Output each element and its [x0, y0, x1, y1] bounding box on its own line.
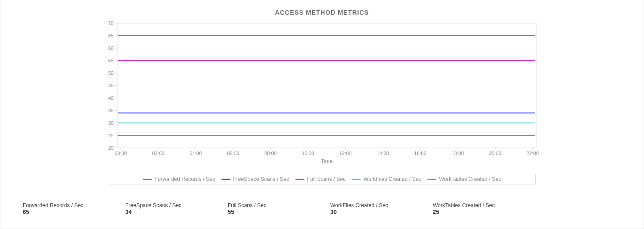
stat-block: FreeSpace Scans / Sec34 [125, 202, 228, 215]
legend-swatch [222, 179, 230, 180]
stat-value: 65 [23, 209, 125, 215]
svg-text:22:00: 22:00 [526, 151, 539, 156]
legend-label: Full Scans / Sec [307, 176, 346, 182]
legend-item[interactable]: WorkTables Created / Sec [427, 176, 501, 182]
svg-text:08:00: 08:00 [264, 151, 277, 156]
legend-swatch [352, 179, 361, 180]
svg-text:00:00: 00:00 [115, 151, 127, 156]
svg-text:50: 50 [108, 70, 113, 76]
legend-item[interactable]: Full Scans / Sec [295, 176, 346, 182]
stat-label: Forwarded Records / Sec [23, 202, 125, 209]
svg-text:02:00: 02:00 [152, 151, 164, 156]
legend-swatch [427, 179, 436, 180]
stat-block: Forwarded Records / Sec65 [23, 202, 125, 215]
svg-text:35: 35 [108, 108, 113, 113]
svg-text:65: 65 [108, 33, 113, 38]
legend-label: FreeSpace Scans / Sec [233, 176, 289, 182]
stat-value: 34 [125, 209, 228, 215]
stat-block: Full Scans / Sec55 [228, 202, 330, 215]
svg-text:Time: Time [320, 158, 332, 164]
svg-text:40: 40 [108, 95, 113, 101]
svg-text:20:00: 20:00 [489, 151, 501, 156]
stats-row: Forwarded Records / Sec65FreeSpace Scans… [14, 202, 644, 215]
svg-text:30: 30 [108, 120, 113, 126]
legend-item[interactable]: WorkFiles Created / Sec [352, 176, 421, 182]
svg-text:60: 60 [108, 45, 113, 51]
stat-value: 30 [330, 209, 433, 215]
legend-swatch [143, 179, 152, 180]
line-chart: 202530354045505560657000:0002:0004:0006:… [99, 19, 545, 170]
svg-text:70: 70 [108, 20, 113, 26]
stat-label: WorkTables Created / Sec [433, 202, 535, 209]
chart-title: ACCESS METHOD METRICS [14, 9, 630, 16]
stat-block: WorkTables Created / Sec25 [433, 202, 535, 215]
svg-text:18:00: 18:00 [451, 151, 464, 156]
svg-text:25: 25 [108, 133, 113, 138]
svg-text:10:00: 10:00 [302, 151, 314, 156]
stat-label: WorkFiles Created / Sec [330, 202, 433, 209]
svg-rect-0 [117, 23, 536, 148]
stat-value: 25 [433, 209, 535, 215]
svg-text:55: 55 [108, 58, 113, 63]
legend-item[interactable]: FreeSpace Scans / Sec [222, 176, 289, 182]
svg-text:16:00: 16:00 [414, 151, 427, 156]
svg-text:45: 45 [108, 83, 113, 88]
legend-label: Forwarded Records / Sec [155, 176, 215, 182]
chart-legend: Forwarded Records / SecFreeSpace Scans /… [109, 174, 536, 184]
stat-value: 55 [228, 209, 330, 215]
svg-text:14:00: 14:00 [377, 151, 389, 156]
svg-text:12:00: 12:00 [339, 151, 352, 156]
stat-label: Full Scans / Sec [228, 202, 330, 209]
legend-label: WorkFiles Created / Sec [363, 176, 421, 182]
stat-block: WorkFiles Created / Sec30 [330, 202, 433, 215]
stat-label: FreeSpace Scans / Sec [125, 202, 228, 209]
legend-swatch [295, 179, 304, 180]
svg-text:04:00: 04:00 [189, 151, 202, 156]
legend-label: WorkTables Created / Sec [439, 176, 501, 182]
chart-area: 202530354045505560657000:0002:0004:0006:… [99, 19, 545, 170]
legend-item[interactable]: Forwarded Records / Sec [143, 176, 215, 182]
svg-text:20: 20 [108, 145, 113, 151]
metrics-panel: ACCESS METHOD METRICS 202530354045505560… [0, 0, 644, 229]
svg-text:06:00: 06:00 [227, 151, 239, 156]
